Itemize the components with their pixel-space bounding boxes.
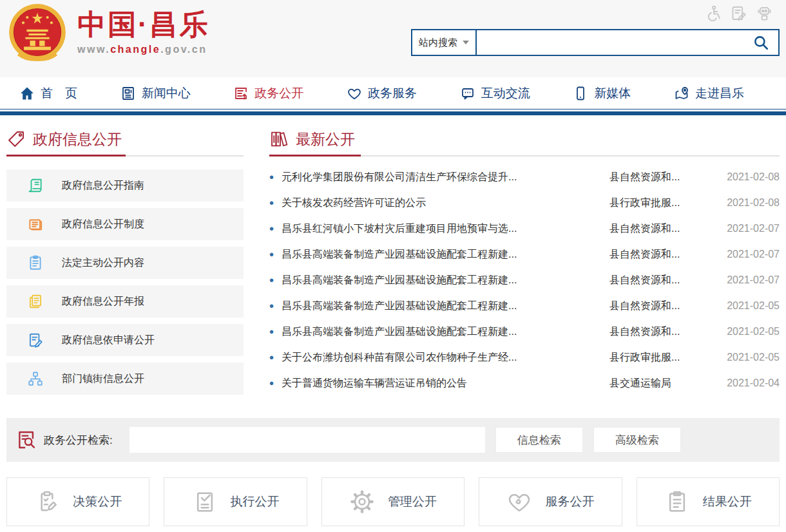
box-result-disclosure[interactable]: 结果公开 [637, 477, 780, 526]
home-icon [19, 86, 35, 101]
news-row: • 昌乐县高端装备制造产业园基础设施配套工程新建... 县自然资源和... 20… [269, 242, 780, 267]
news-title-link[interactable]: 昌乐县高端装备制造产业园基础设施配套工程新建... [282, 248, 609, 261]
sidebar-item-annual-report[interactable]: 政府信息公开年报 [6, 285, 244, 318]
doc-search-icon [15, 429, 37, 451]
news-date: 2021-02-07 [707, 274, 780, 286]
gear-icon [349, 489, 375, 515]
info-search-button[interactable]: 信息检索 [495, 427, 583, 453]
news-department: 县行政审批服... [609, 351, 707, 365]
sidebar-item-statutory[interactable]: 法定主动公开内容 [6, 247, 244, 279]
sidebar-rule [6, 155, 244, 157]
nav-label: 政务公开 [254, 85, 303, 102]
box-service-disclosure[interactable]: 服务公开 [479, 477, 622, 526]
transcript-edit-icon[interactable] [730, 5, 747, 22]
search-icon [752, 34, 769, 51]
nav-label: 新闻中心 [142, 85, 191, 102]
latest-title: 最新公开 [296, 129, 355, 149]
bullet-icon: • [269, 351, 274, 364]
org-chart-icon [27, 370, 44, 387]
news-date: 2021-02-05 [707, 326, 780, 337]
doc-edit-icon [27, 332, 44, 348]
news-row: • 昌乐县高端装备制造产业园基础设施配套工程新建... 县自然资源和... 20… [269, 267, 780, 293]
bullet-icon: • [269, 377, 274, 390]
news-row: • 关于普通货物运输车辆营运证吊销的公告 县交通运输局 2021-02-04 [269, 370, 780, 396]
news-title-link[interactable]: 元利化学集团股份有限公司清洁生产环保综合提升... [282, 171, 609, 184]
news-title-link[interactable]: 关于核发农药经营许可证的公示 [282, 196, 609, 210]
report-docs-icon [27, 293, 44, 310]
nav-item-gov-disclosure[interactable]: 政务公开 [233, 85, 303, 102]
news-department: 县自然资源和... [609, 248, 707, 261]
box-label: 管理公开 [388, 493, 437, 510]
books-icon [269, 129, 289, 149]
news-title-link[interactable]: 关于普通货物运输车辆营运证吊销的公告 [282, 377, 609, 390]
chevron-down-icon [463, 41, 469, 44]
news-department: 县自然资源和... [609, 299, 707, 313]
header: 中国·昌乐 www.changle.gov.cn 站内搜索 [0, 0, 786, 77]
national-emblem-icon [8, 3, 67, 62]
site-logo[interactable]: 中国·昌乐 www.changle.gov.cn [8, 3, 210, 62]
advanced-search-button[interactable]: 高级检索 [593, 427, 681, 453]
url-prefix: www. [77, 44, 110, 55]
box-management-disclosure[interactable]: 管理公开 [321, 477, 465, 526]
news-title-link[interactable]: 昌乐县红河镇小下坡村灾后重建项目用地预审与选... [282, 222, 609, 236]
box-label: 执行公开 [231, 493, 280, 510]
news-department: 县交通运输局 [609, 377, 707, 390]
sidebar-item-label: 政府信息公开年报 [62, 295, 144, 309]
news-title-link[interactable]: 关于公布潍坊创科种苗有限公司农作物种子生产经... [282, 351, 609, 365]
search-button[interactable] [743, 30, 778, 55]
nav-label: 首 页 [41, 85, 77, 102]
news-row: • 关于公布潍坊创科种苗有限公司农作物种子生产经... 县行政审批服... 20… [269, 345, 780, 370]
sidebar-title: 政府信息公开 [33, 129, 122, 149]
box-execution-disclosure[interactable]: 执行公开 [164, 477, 307, 526]
nav-item-home[interactable]: 首 页 [19, 85, 77, 102]
nav-item-gov-services[interactable]: 政务服务 [347, 85, 417, 102]
box-label: 结果公开 [703, 493, 752, 510]
utility-icons [704, 5, 773, 22]
site-url: www.changle.gov.cn [77, 44, 210, 55]
news-list: • 元利化学集团股份有限公司清洁生产环保综合提升... 县自然资源和... 20… [269, 164, 780, 396]
scroll-icon [27, 177, 44, 194]
search-input[interactable] [477, 30, 743, 55]
document-arrow-icon [233, 86, 249, 101]
disclosure-search-input[interactable] [129, 427, 485, 453]
content: 政府信息公开 政府信息公开指南 [0, 115, 786, 401]
news-department: 县自然资源和... [609, 171, 707, 184]
box-decision-disclosure[interactable]: 决策公开 [6, 477, 149, 526]
news-row: • 昌乐县红河镇小下坡村灾后重建项目用地预审与选... 县自然资源和... 20… [269, 216, 780, 242]
sidebar-gov-info: 政府信息公开 政府信息公开指南 [6, 126, 244, 401]
nav-label: 互动交流 [481, 85, 530, 102]
news-date: 2021-02-08 [707, 197, 780, 209]
latest-rule [269, 155, 780, 157]
sidebar-item-system[interactable]: 政府信息公开制度 [6, 208, 244, 240]
sidebar-item-label: 政府信息公开制度 [62, 218, 144, 231]
sidebar-item-label: 政府信息依申请公开 [62, 334, 155, 347]
nav-label: 走进昌乐 [695, 85, 744, 102]
nav-label: 政务服务 [368, 85, 417, 102]
latest-header: 最新公开 [269, 126, 780, 153]
news-date: 2021-02-04 [707, 377, 780, 389]
sidebar-item-on-request[interactable]: 政府信息依申请公开 [6, 324, 244, 356]
site-search: 站内搜索 [411, 29, 780, 56]
news-title-link[interactable]: 昌乐县高端装备制造产业园基础设施配套工程新建... [282, 274, 609, 287]
logo-text: 中国·昌乐 www.changle.gov.cn [77, 9, 210, 55]
box-label: 决策公开 [73, 493, 122, 510]
news-title-link[interactable]: 昌乐县高端装备制造产业园基础设施配套工程新建... [282, 325, 609, 339]
service-heart-icon [506, 489, 532, 515]
news-title-link[interactable]: 昌乐县高端装备制造产业园基础设施配套工程新建... [282, 299, 609, 313]
execution-check-icon [192, 489, 218, 515]
robot-assistant-icon[interactable] [756, 5, 773, 22]
accessibility-icon[interactable] [704, 5, 722, 22]
sidebar-item-guide[interactable]: 政府信息公开指南 [6, 169, 244, 202]
heart-icon [347, 86, 362, 101]
news-department: 县自然资源和... [609, 222, 707, 236]
news-department: 县自然资源和... [609, 325, 707, 339]
search-scope-dropdown[interactable]: 站内搜索 [412, 30, 477, 55]
box-label: 服务公开 [545, 493, 594, 510]
nav-item-new-media[interactable]: 新媒体 [573, 85, 631, 102]
nav-item-about-changle[interactable]: 走进昌乐 [674, 85, 744, 102]
nav-item-interaction[interactable]: 互动交流 [460, 85, 530, 102]
disclosure-category-row: 决策公开 执行公开 管理公开 服务公开 [6, 477, 780, 526]
sidebar-item-departments[interactable]: 部门镇街信息公开 [6, 363, 244, 395]
tag-icon [6, 129, 26, 149]
nav-item-news[interactable]: 新闻中心 [120, 85, 191, 102]
